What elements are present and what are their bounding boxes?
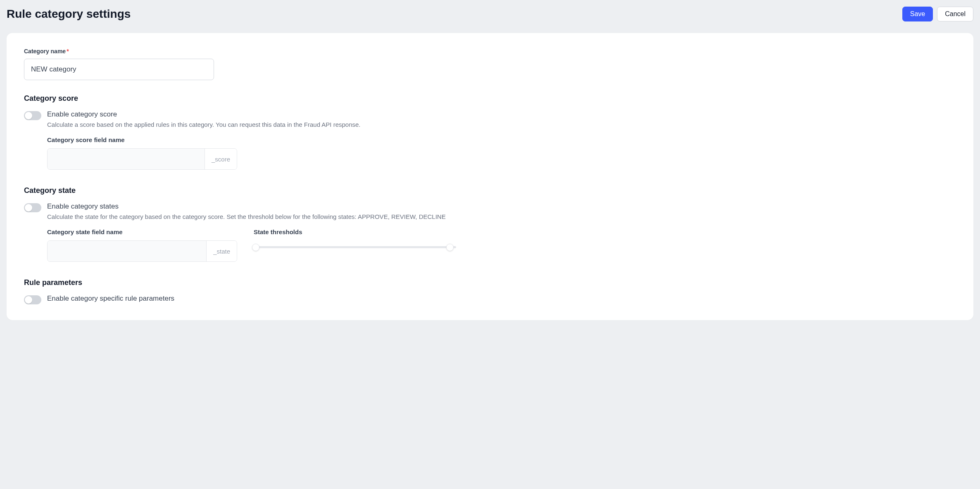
state-thresholds-label: State thresholds — [254, 228, 456, 235]
rule-parameters-toggle-text: Enable category specific rule parameters — [47, 294, 956, 304]
toggle-thumb — [25, 204, 32, 211]
required-mark: * — [67, 48, 69, 55]
page-header: Rule category settings Save Cancel — [7, 7, 973, 21]
toggle-thumb — [25, 296, 32, 304]
header-actions: Save Cancel — [902, 7, 973, 21]
score-field-name-label: Category score field name — [47, 136, 237, 143]
rule-parameters-toggle-row: Enable category specific rule parameters — [24, 294, 956, 304]
cancel-button[interactable]: Cancel — [937, 7, 973, 21]
enable-state-description: Calculate the state for the category bas… — [47, 212, 956, 221]
enable-category-score-toggle[interactable] — [24, 111, 41, 120]
category-state-subsection: Category state field name _state State t… — [24, 228, 956, 262]
score-field-name-group: Category score field name _score — [47, 136, 237, 170]
toggle-thumb — [25, 112, 32, 119]
category-state-toggle-row: Enable category states Calculate the sta… — [24, 202, 956, 221]
rule-parameters-heading: Rule parameters — [24, 278, 956, 287]
category-name-input[interactable] — [24, 59, 214, 80]
state-field-name-group: Category state field name _state — [47, 228, 237, 262]
category-score-toggle-row: Enable category score Calculate a score … — [24, 110, 956, 129]
slider-thumb-high[interactable] — [446, 244, 454, 251]
category-score-toggle-text: Enable category score Calculate a score … — [47, 110, 956, 129]
enable-rule-parameters-toggle[interactable] — [24, 295, 41, 304]
enable-state-label: Enable category states — [47, 202, 956, 211]
enable-rule-parameters-label: Enable category specific rule parameters — [47, 294, 956, 303]
category-name-label-text: Category name — [24, 48, 66, 55]
page-title: Rule category settings — [7, 7, 131, 21]
category-score-subsection: Category score field name _score — [24, 136, 956, 170]
state-thresholds-slider[interactable] — [254, 246, 456, 248]
slider-track — [254, 246, 456, 248]
category-state-toggle-text: Enable category states Calculate the sta… — [47, 202, 956, 221]
score-suffix-addon: _score — [205, 149, 237, 169]
enable-score-label: Enable category score — [47, 110, 956, 119]
category-name-label: Category name* — [24, 48, 956, 55]
category-score-heading: Category score — [24, 94, 956, 103]
enable-score-description: Calculate a score based on the applied r… — [47, 120, 956, 129]
slider-thumb-low[interactable] — [252, 244, 259, 251]
state-suffix-addon: _state — [206, 241, 237, 261]
state-field-name-label: Category state field name — [47, 228, 237, 235]
state-thresholds-group: State thresholds — [254, 228, 456, 248]
settings-card: Category name* Category score Enable cat… — [7, 33, 973, 320]
category-state-heading: Category state — [24, 186, 956, 195]
score-field-name-wrapper: _score — [47, 148, 237, 170]
category-name-group: Category name* — [24, 48, 956, 80]
state-field-name-wrapper: _state — [47, 240, 237, 262]
score-field-name-input[interactable] — [48, 149, 205, 169]
state-field-name-input[interactable] — [48, 241, 206, 261]
save-button[interactable]: Save — [902, 7, 933, 21]
enable-category-state-toggle[interactable] — [24, 203, 41, 212]
